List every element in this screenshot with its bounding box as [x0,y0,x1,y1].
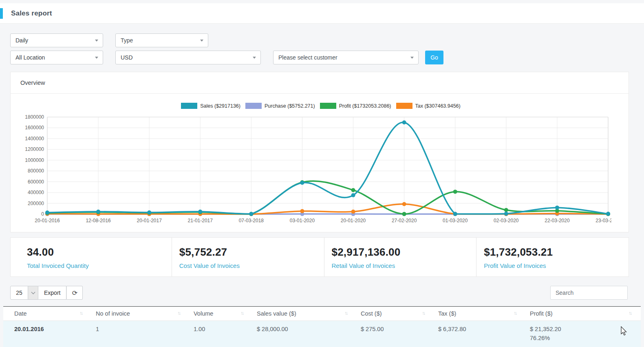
sort-icon[interactable]: ↑↓ [240,310,243,316]
currency-select[interactable]: USD [115,51,261,64]
type-select-value: Type [121,37,133,44]
svg-text:1800000: 1800000 [25,114,44,120]
cell-cost: $ 275.00 [357,321,434,347]
svg-text:23-03-2020: 23-03-2020 [595,218,611,223]
profit-percentage: 76.26% [530,335,637,341]
currency-select-value: USD [121,54,133,61]
table-controls: 25 Export ⟳ [10,286,628,300]
legend-swatch [320,103,336,109]
svg-text:20-01-2017: 20-01-2017 [137,218,162,223]
sort-icon[interactable]: ↑↓ [422,310,424,316]
svg-text:400000: 400000 [28,190,44,195]
sort-icon[interactable]: ↑↓ [344,310,347,316]
chevron-down-icon [410,57,414,59]
svg-text:01-03-2020: 01-03-2020 [443,218,468,223]
cell-volume: 1.00 [190,321,253,347]
period-select[interactable]: Daily [10,33,103,47]
svg-text:1000000: 1000000 [25,157,44,163]
chart-legend: Sales ($2917136)Purchase ($5752.271)Prof… [15,103,626,109]
sales-chart: Sales ($2917136)Purchase ($5752.271)Prof… [11,94,629,232]
cell-profit: $ 21,352.20 76.26% [526,321,641,347]
stat-total-invoiced-quantity: 34.00 Total Invoiced Quantity [11,238,172,276]
legend-label: Sales ($2917136) [200,103,240,109]
svg-text:22-03-2020: 22-03-2020 [545,218,570,223]
svg-text:20-01-2016: 20-01-2016 [35,218,60,223]
sort-icon[interactable]: ↑↓ [79,310,82,316]
customer-select-value: Please select customer [278,54,337,61]
title-accent-bar [0,8,3,19]
legend-swatch [396,103,412,109]
legend-swatch [181,103,197,109]
column-header-profit[interactable]: Profit ($)↑↓ [526,307,641,321]
page-size-select[interactable]: 25 [10,286,38,300]
chevron-down-icon [253,57,256,59]
profit-amount: $ 21,352.20 [530,326,637,332]
svg-text:12-08-2016: 12-08-2016 [86,218,111,223]
legend-label: Profit ($1732053.2086) [339,103,391,109]
stat-profit-value: $1,732,053.21 Profit Value of Invoices [476,238,629,276]
overview-panel: Overview Sales ($2917136)Purchase ($5752… [10,72,629,232]
column-header-date[interactable]: Date↑↓ [3,307,92,321]
customer-select[interactable]: Please select customer [273,51,419,64]
column-header-volume[interactable]: Volume↑↓ [190,307,253,321]
sort-icon[interactable]: ↑↓ [629,310,631,316]
stat-value: $1,732,053.21 [484,246,621,259]
svg-text:1400000: 1400000 [25,136,44,141]
sort-icon[interactable]: ↑↓ [177,310,180,316]
chevron-down-icon [95,40,98,42]
export-button[interactable]: Export [38,286,66,300]
stat-retail-value: $2,917,136.00 Retail Value of Invoices [324,238,476,276]
page-size-value: 25 [11,286,28,299]
table-row[interactable]: 20.01.2016 1 1.00 $ 28,000.00 $ 275.00 $… [3,321,641,347]
top-gap [0,0,644,3]
svg-text:1200000: 1200000 [25,146,44,152]
column-header-sales-value[interactable]: Sales value ($)↑↓ [253,307,357,321]
chevron-down-icon [95,57,98,59]
legend-label: Purchase ($5752.271) [265,103,315,109]
legend-item-purchase[interactable]: Purchase ($5752.271) [245,103,315,109]
type-select[interactable]: Type [115,33,208,47]
table-header-row: Date↑↓ No of invoice↑↓ Volume↑↓ Sales va… [3,307,641,321]
svg-text:03-01-2020: 03-01-2020 [290,218,315,223]
legend-item-tax[interactable]: Tax ($307463.9456) [396,103,461,109]
legend-item-profit[interactable]: Profit ($1732053.2086) [320,103,391,109]
svg-text:21-01-2017: 21-01-2017 [188,218,213,223]
stat-value: 34.00 [27,246,164,259]
column-header-cost[interactable]: Cost ($)↑↓ [357,307,434,321]
go-button[interactable]: Go [425,51,443,64]
line-chart-canvas[interactable]: 0200000400000600000800000100000012000001… [15,113,611,225]
stat-label: Profit Value of Invoices [484,262,621,269]
svg-text:1600000: 1600000 [25,125,44,130]
legend-item-sales[interactable]: Sales ($2917136) [181,103,240,109]
sales-report-table: Date↑↓ No of invoice↑↓ Volume↑↓ Sales va… [3,306,641,347]
stat-label: Total Invoiced Quantity [27,262,164,269]
overview-title: Overview [20,80,45,86]
column-header-no-of-invoice[interactable]: No of invoice↑↓ [92,307,190,321]
location-select-value: All Location [15,54,45,61]
svg-text:02-03-2020: 02-03-2020 [494,218,519,223]
period-select-value: Daily [15,37,28,44]
location-select[interactable]: All Location [10,51,103,64]
sort-icon[interactable]: ↑↓ [514,310,516,316]
legend-swatch [245,103,262,109]
legend-label: Tax ($307463.9456) [415,103,461,109]
stat-label: Cost Value of Invoices [179,262,317,269]
chevron-down-icon [28,286,38,299]
svg-text:27-02-2020: 27-02-2020 [392,218,417,223]
cell-sales-value: $ 28,000.00 [253,321,357,347]
refresh-button[interactable]: ⟳ [66,286,83,300]
chevron-down-icon [200,40,203,42]
stat-cost-value: $5,752.27 Cost Value of Invoices [172,238,324,276]
svg-text:0: 0 [41,211,44,217]
svg-text:200000: 200000 [28,201,44,206]
filters-section: Daily Type All Location USD Please selec… [0,24,644,64]
svg-text:600000: 600000 [28,179,44,185]
column-header-tax[interactable]: Tax ($)↑↓ [434,307,526,321]
page-header: Sales report [0,3,644,24]
cell-date: 20.01.2016 [3,321,92,347]
refresh-icon: ⟳ [72,289,77,297]
cell-tax: $ 6,372.80 [434,321,526,347]
search-input[interactable] [550,286,628,300]
svg-text:07-03-2018: 07-03-2018 [239,218,264,223]
stat-value: $5,752.27 [179,246,317,259]
